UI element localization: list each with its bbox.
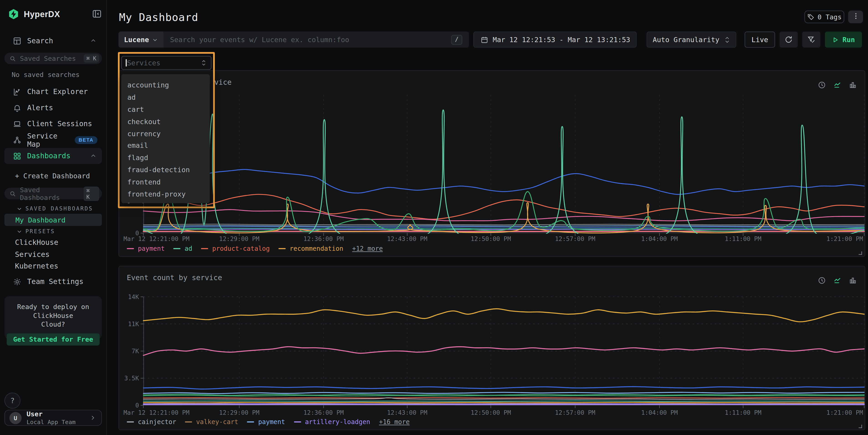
legend-more-link[interactable]: +16 more	[379, 418, 410, 426]
bar-chart-icon[interactable]	[849, 276, 857, 284]
service-option-fraud-detection[interactable]: fraud-detection	[121, 164, 210, 176]
saved-dashboards-section-header[interactable]: SAVED DASHBOARDS	[17, 206, 93, 212]
legend-item-valkey-cart[interactable]: valkey-cart	[185, 418, 239, 426]
sidebar-item-search[interactable]: Search	[4, 33, 102, 49]
clock-icon[interactable]	[818, 81, 826, 89]
refresh-button[interactable]	[779, 32, 798, 48]
x-axis-label: 12:43:00 PM	[368, 409, 446, 416]
x-axis-label: 1:11:00 PM	[704, 409, 782, 416]
run-label: Run	[842, 35, 855, 44]
beta-badge: BETA	[75, 136, 97, 144]
sidebar-item-label: Service Map	[27, 131, 75, 148]
legend-label: valkey-cart	[196, 418, 238, 426]
services-placeholder: Services	[127, 59, 160, 67]
get-started-button[interactable]: Get Started for Free	[7, 334, 100, 345]
clickhouse-cloud-card: Ready to deploy on ClickHouse Cloud? Get…	[4, 296, 102, 339]
legend-more-link[interactable]: +12 more	[352, 245, 383, 253]
service-option-checkout[interactable]: checkout	[121, 116, 210, 128]
y-axis-label: 7K	[119, 347, 139, 355]
resize-handle[interactable]	[859, 425, 862, 428]
x-axis-label: 1:21:00 PM	[826, 409, 863, 416]
chart1-plot-area[interactable]	[144, 95, 864, 233]
legend-label: ad	[185, 245, 192, 253]
legend-item-recommendation[interactable]: recommendation	[278, 245, 343, 253]
sidebar-item-team-settings[interactable]: Team Settings	[4, 274, 102, 290]
legend-item-payment[interactable]: payment	[247, 418, 285, 426]
line-chart-icon[interactable]	[833, 276, 841, 284]
sidebar-item-label: Chart Explorer	[27, 88, 88, 96]
legend-item-product-catalog[interactable]: product-catalog	[201, 245, 270, 253]
sidebar-item-client-sessions[interactable]: Client Sessions	[4, 116, 102, 132]
logo-row: HyperDX	[8, 7, 102, 21]
service-option-accounting[interactable]: accounting	[121, 79, 210, 91]
user-menu[interactable]: U User Local App Team	[4, 410, 102, 426]
dashboards-grid-icon	[13, 151, 22, 160]
tag-icon	[807, 13, 814, 21]
sidebar-item-chart-explorer[interactable]: Chart Explorer	[4, 84, 102, 100]
service-option-flagd[interactable]: flagd	[121, 152, 210, 164]
sidebar-item-preset-clickhouse[interactable]: ClickHouse	[15, 238, 58, 246]
chevron-updown-icon	[201, 59, 207, 66]
sidebar-collapse-icon[interactable]	[92, 9, 102, 19]
legend-item-payment[interactable]: payment	[127, 245, 165, 253]
sidebar-item-service-map[interactable]: Service MapBETA	[4, 132, 102, 148]
sidebar-item-preset-services[interactable]: Services	[15, 250, 50, 258]
chevron-down-icon	[17, 228, 22, 234]
sidebar-item-my-dashboard[interactable]: My Dashboard	[4, 214, 102, 226]
chart-panel-2: Event count by service 14K11K7K3.5K0 Mar…	[118, 266, 865, 430]
x-axis-label: 1:11:00 PM	[704, 235, 782, 243]
presets-section-header[interactable]: PRESETS	[17, 228, 55, 235]
saved-searches-input[interactable]: Saved Searches ⌘ K	[4, 53, 102, 64]
event-search-input[interactable]: Search your events w/ Lucene ex. column:…	[170, 35, 349, 44]
legend-item-cainjector[interactable]: cainjector	[127, 418, 176, 426]
granularity-select[interactable]: Auto Granularity	[647, 32, 736, 48]
tags-button[interactable]: 0 Tags	[804, 10, 844, 23]
kebab-icon	[852, 12, 860, 22]
service-option-currency[interactable]: currency	[121, 128, 210, 139]
cloud-card-text-line1: Ready to deploy on ClickHouse	[4, 302, 102, 320]
legend-swatch	[278, 248, 286, 249]
legend-item-ad[interactable]: ad	[174, 245, 192, 253]
bell-icon	[13, 103, 22, 112]
window-grid-icon	[13, 36, 22, 45]
time-range-label: Mar 12 12:21:53 - Mar 12 13:21:53	[493, 35, 630, 44]
help-button[interactable]: ?	[4, 393, 21, 409]
chart2-plot-area[interactable]	[144, 297, 864, 405]
sidebar-item-alerts[interactable]: Alerts	[4, 100, 102, 116]
hyperdx-logo-icon	[8, 8, 19, 20]
services-input[interactable]: Services	[121, 56, 211, 70]
user-name: User	[27, 411, 75, 417]
saved-dashboards-input[interactable]: Saved Dashboards ⌘ K	[4, 188, 102, 199]
line-chart-icon[interactable]	[833, 81, 841, 89]
shortcut-badge: ⌘ K	[84, 186, 99, 200]
legend-item-artillery-loadgen[interactable]: artillery-loadgen	[294, 418, 370, 426]
service-option-cart[interactable]: cart	[121, 103, 210, 116]
time-range-picker[interactable]: Mar 12 12:21:53 - Mar 12 13:21:53	[473, 32, 637, 48]
service-option-load-generator[interactable]: load-generator	[121, 200, 210, 204]
sidebar: HyperDX Search Saved Searches ⌘ K No sav…	[0, 0, 107, 435]
live-button[interactable]: Live	[745, 32, 775, 48]
sidebar-item-dashboards[interactable]: Dashboards	[4, 148, 102, 164]
x-axis-label: 12:29:00 PM	[200, 409, 278, 416]
run-button[interactable]: Run	[825, 32, 862, 48]
filter-button[interactable]	[802, 32, 820, 48]
bar-chart-icon[interactable]	[849, 81, 857, 89]
clock-icon[interactable]	[818, 276, 826, 284]
service-option-email[interactable]: email	[121, 139, 210, 152]
service-option-ad[interactable]: ad	[121, 91, 210, 103]
services-option-list: accountingadcartcheckoutcurrencyemailfla…	[121, 74, 210, 203]
legend-label: cainjector	[138, 418, 176, 426]
query-language-select[interactable]: Lucene	[118, 32, 163, 48]
dashboard-menu-button[interactable]	[848, 10, 863, 23]
sidebar-item-preset-kubernetes[interactable]: Kubernetes	[15, 262, 58, 270]
chevron-right-icon	[90, 415, 96, 421]
resize-handle[interactable]	[859, 251, 862, 255]
service-map-icon	[13, 135, 22, 144]
service-option-frontend-proxy[interactable]: frontend-proxy	[121, 188, 210, 200]
x-axis-label: 12:50:00 PM	[452, 409, 529, 416]
service-option-frontend[interactable]: frontend	[121, 176, 210, 188]
create-dashboard-button[interactable]: + Create Dashboard	[15, 172, 90, 180]
sidebar-item-label: Client Sessions	[27, 120, 92, 128]
chart2-legend: cainjectorvalkey-cartpaymentartillery-lo…	[127, 418, 410, 426]
legend-label: artillery-loadgen	[305, 418, 370, 426]
